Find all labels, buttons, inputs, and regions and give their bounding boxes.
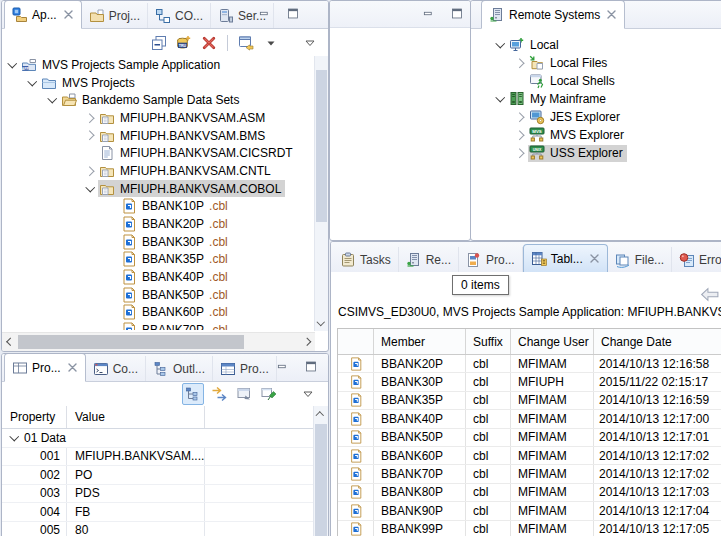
tree-item-ussexplorer[interactable]: UNIXUSS Explorer xyxy=(471,144,721,162)
tree-item-mfiuphbankvsamcntl[interactable]: MFIUPH.BANKVSAM.CNTL xyxy=(2,162,314,180)
column-header-value[interactable]: Value xyxy=(66,406,205,428)
minimize-button[interactable] xyxy=(257,7,271,20)
chevron-down-icon[interactable] xyxy=(24,75,40,91)
tab-ap[interactable]: Ap... xyxy=(4,0,82,29)
tree-item-bbank70p[interactable]: BBANK70P.cbl xyxy=(2,321,314,330)
minimize-button[interactable] xyxy=(421,7,435,20)
scroll-left-icon[interactable] xyxy=(6,339,13,346)
scrollbar-thumb[interactable] xyxy=(18,335,244,349)
tab-file[interactable]: File... xyxy=(608,247,672,272)
tab-tasks[interactable]: Tasks xyxy=(333,247,399,272)
tree-item-mvsexplorer[interactable]: MVSMVS Explorer xyxy=(471,126,721,144)
chevron-down-icon[interactable] xyxy=(492,91,508,107)
tab-co[interactable]: Co... xyxy=(86,356,146,381)
table-row[interactable]: BBANK60PcblMFIMAM2014/10/13 12:17:02 xyxy=(338,447,721,465)
minimize-button[interactable] xyxy=(275,360,289,373)
tree-item-bankdemosampledatasets[interactable]: Bankdemo Sample Data Sets xyxy=(2,91,314,109)
property-category-row[interactable]: 01 Data xyxy=(2,429,328,448)
tree-item-mfiuphbankvsamasm[interactable]: MFIUPH.BANKVSAM.ASM xyxy=(2,109,314,127)
tree-item-mvsprojects[interactable]: MVS Projects xyxy=(2,74,314,92)
tab-outl[interactable]: Outl... xyxy=(146,356,213,381)
menu-dropdown-button[interactable] xyxy=(261,33,281,53)
column-header-changeuser[interactable]: Change User xyxy=(511,329,594,354)
maximize-button[interactable] xyxy=(304,360,318,373)
chevron-right-icon[interactable] xyxy=(512,127,528,143)
view-menu-button[interactable] xyxy=(300,33,320,53)
table-row[interactable]: BBANK40PcblMFIMAM2014/10/13 12:17:00 xyxy=(338,410,721,428)
delete-button[interactable] xyxy=(199,33,219,53)
chevron-right-icon[interactable] xyxy=(82,128,98,144)
tree-item-bbank40p[interactable]: BBANK40P.cbl xyxy=(2,268,314,286)
tree-item-mvsprojectssampleapplication[interactable]: APPMVS Projects Sample Application xyxy=(2,56,314,74)
column-header-property[interactable]: Property xyxy=(2,406,66,428)
column-header-suffix[interactable]: Suffix xyxy=(466,329,511,354)
vertical-scrollbar[interactable] xyxy=(313,406,328,536)
close-icon[interactable] xyxy=(67,362,78,373)
column-header-changedate[interactable]: Change Date xyxy=(594,329,721,354)
tree-item-jesexplorer[interactable]: JES Explorer xyxy=(471,108,721,126)
close-icon[interactable] xyxy=(63,9,74,20)
chevron-down-icon[interactable] xyxy=(82,181,98,197)
chevron-down-icon[interactable] xyxy=(44,92,60,108)
tree-item-localfiles[interactable]: Local Files xyxy=(471,54,721,72)
vertical-scrollbar[interactable] xyxy=(314,56,328,331)
table-row[interactable]: BBANK35PcblMFIMAM2014/10/13 12:16:59 xyxy=(338,392,721,410)
table-row[interactable]: BBANK99PcblMFIMAM2014/10/13 12:17:05 xyxy=(338,521,721,536)
chevron-right-icon[interactable] xyxy=(82,110,98,126)
tab-pro[interactable]: Pro... xyxy=(4,353,86,382)
chevron-right-icon[interactable] xyxy=(82,163,98,179)
tab-re[interactable]: Re... xyxy=(399,247,459,272)
tree-item-mfiuphbankvsamcicsrdt[interactable]: MFIUPH.BANKVSAM.CICSRDT xyxy=(2,144,314,162)
table-row[interactable]: BBANK70PcblMFIMAM2014/10/13 12:17:02 xyxy=(338,465,721,483)
tree-item-localshells[interactable]: Local Shells xyxy=(471,72,721,90)
tab-co[interactable]: CO... xyxy=(148,3,211,28)
show-categories-button[interactable] xyxy=(182,383,204,405)
tab-pro[interactable]: Pro... xyxy=(213,356,277,381)
column-header-more[interactable] xyxy=(338,329,374,354)
tree-item-local[interactable]: Local xyxy=(471,36,721,54)
close-icon[interactable] xyxy=(589,253,600,264)
table-row[interactable]: BBANK20PcblMFIMAM2014/10/13 12:16:58 xyxy=(338,355,721,373)
chevron-down-icon[interactable] xyxy=(4,57,20,73)
link-with-editor-button[interactable] xyxy=(236,33,256,53)
tree-item-mfiuphbankvsambms[interactable]: MFIUPH.BANKVSAM.BMS xyxy=(2,127,314,145)
scrollbar-thumb[interactable] xyxy=(316,70,327,222)
tree-item-bbank35p[interactable]: BBANK35P.cbl xyxy=(2,251,314,269)
chevron-right-icon[interactable] xyxy=(512,109,528,125)
restore-value-button[interactable] xyxy=(234,384,254,404)
tree-item-bbank30p[interactable]: BBANK30P.cbl xyxy=(2,233,314,251)
tree-item-bbank10p[interactable]: BBANK10P.cbl xyxy=(2,198,314,216)
column-header-member[interactable]: Member xyxy=(374,329,466,354)
table-row[interactable]: BBANK90PcblMFIMAM2014/10/13 12:17:04 xyxy=(338,502,721,520)
tab-remotesystems[interactable]: Remote Systems xyxy=(481,0,625,29)
tab-tabl[interactable]: Tabl... xyxy=(523,244,608,273)
chevron-right-icon[interactable] xyxy=(512,145,528,161)
maximize-button[interactable] xyxy=(450,7,464,20)
tree-item-mfiuphbankvsamcobol[interactable]: MFIUPH.BANKVSAM.COBOL xyxy=(2,180,314,198)
tree-item-bbank50p[interactable]: BBANK50P.cbl xyxy=(2,286,314,304)
maximize-button[interactable] xyxy=(286,7,300,20)
table-row[interactable]: BBANK30PcblMFIUPH2015/11/22 02:15:17 xyxy=(338,373,721,391)
scroll-up-icon[interactable] xyxy=(317,411,324,418)
horizontal-scrollbar[interactable] xyxy=(2,332,315,351)
chevron-right-icon[interactable] xyxy=(512,55,528,71)
chevron-down-icon[interactable] xyxy=(6,430,22,446)
back-arrow-icon[interactable] xyxy=(699,286,720,303)
add-dataset-button[interactable]: TRU xyxy=(174,33,194,53)
show-advanced-button[interactable] xyxy=(209,384,229,404)
tab-proj[interactable]: Proj... xyxy=(82,3,148,28)
close-icon[interactable] xyxy=(606,9,617,20)
property-row[interactable]: 00580 xyxy=(2,522,328,536)
table-row[interactable]: BBANK50PcblMFIMAM2014/10/13 12:17:01 xyxy=(338,429,721,447)
scroll-right-icon[interactable] xyxy=(304,339,311,346)
table-row[interactable]: BBANK80PcblMFIMAM2014/10/13 12:17:03 xyxy=(338,484,721,502)
tab-erro[interactable]: Erro... xyxy=(672,247,721,272)
scrollbar-thumb[interactable] xyxy=(315,424,327,536)
property-row[interactable]: 004FB xyxy=(2,503,328,522)
property-row[interactable]: 002PO xyxy=(2,466,328,485)
view-menu-button[interactable] xyxy=(298,384,318,404)
tree-item-bbank20p[interactable]: BBANK20P.cbl xyxy=(2,215,314,233)
scroll-down-icon[interactable] xyxy=(318,319,325,326)
pin-button[interactable] xyxy=(259,384,279,404)
collapse-all-button[interactable] xyxy=(149,33,169,53)
